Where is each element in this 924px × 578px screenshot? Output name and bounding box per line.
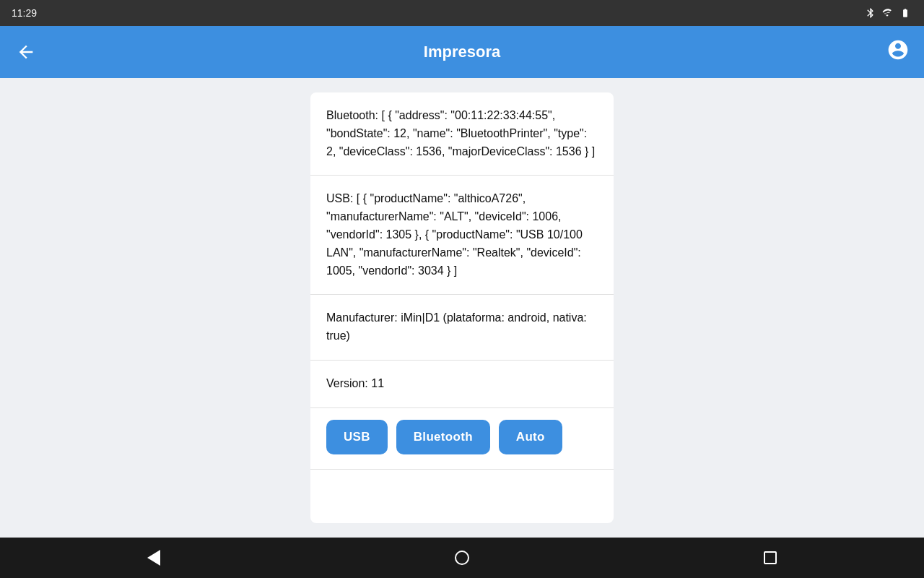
status-icons [865, 7, 912, 20]
back-button[interactable] [12, 38, 40, 66]
bottom-nav [0, 538, 924, 578]
status-bar: 11:29 [0, 0, 924, 26]
version-info-row: Version: 11 [310, 361, 614, 408]
version-info-text: Version: 11 [326, 377, 384, 389]
bluetooth-status-icon [865, 7, 876, 20]
app-bar: Impresora [0, 26, 924, 78]
card-container: Bluetooth: [ { "address": "00:11:22:33:4… [310, 92, 614, 523]
battery-status-icon [898, 8, 912, 18]
home-nav-icon [455, 551, 469, 565]
bluetooth-info-row: Bluetooth: [ { "address": "00:11:22:33:4… [310, 92, 614, 176]
action-buttons-row: USB Bluetooth Auto [310, 408, 614, 470]
back-nav-icon [147, 550, 160, 566]
recent-nav-button[interactable] [752, 540, 788, 576]
manufacturer-info-text: Manufacturer: iMin|D1 (plataforma: andro… [326, 311, 587, 342]
user-icon[interactable] [886, 38, 910, 66]
recent-nav-icon [764, 551, 777, 564]
usb-info-row: USB: [ { "productName": "althicoA726", "… [310, 176, 614, 295]
status-time: 11:29 [12, 7, 37, 19]
back-nav-button[interactable] [136, 540, 172, 576]
auto-button[interactable]: Auto [499, 420, 562, 454]
main-content: Bluetooth: [ { "address": "00:11:22:33:4… [0, 78, 924, 538]
bluetooth-info-text: Bluetooth: [ { "address": "00:11:22:33:4… [326, 109, 595, 158]
home-nav-button[interactable] [444, 540, 480, 576]
usb-button[interactable]: USB [326, 420, 388, 454]
bluetooth-button[interactable]: Bluetooth [396, 420, 490, 454]
manufacturer-info-row: Manufacturer: iMin|D1 (plataforma: andro… [310, 295, 614, 361]
app-title: Impresora [424, 43, 500, 61]
usb-info-text: USB: [ { "productName": "althicoA726", "… [326, 192, 583, 276]
wifi-status-icon [881, 8, 894, 18]
